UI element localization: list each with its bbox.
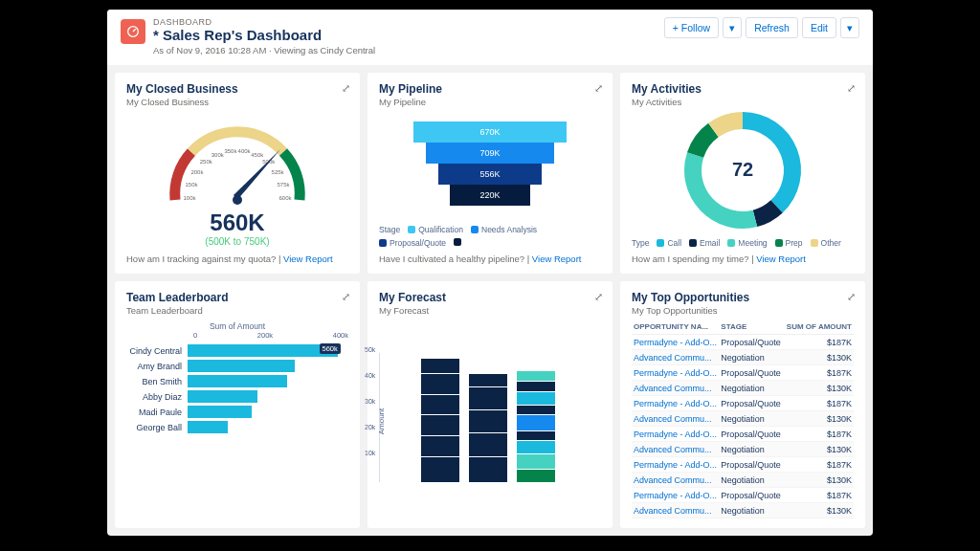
- follow-button[interactable]: +Follow: [664, 17, 719, 38]
- svg-text:575k: 575k: [277, 181, 290, 187]
- col-amount: SUM OF AMOUNT: [784, 320, 854, 335]
- forecast-card: ⤢ My Forecast My Forecast Amount 10k20k3…: [368, 281, 612, 528]
- chevron-down-icon[interactable]: ▾: [723, 17, 742, 38]
- table-row[interactable]: Advanced Commu...Negotiation$130K: [632, 411, 854, 427]
- y-label: Amount: [377, 408, 386, 435]
- header-actions: +Follow ▾ Refresh Edit ▾: [664, 17, 859, 38]
- funnel-stage: 556K: [438, 164, 543, 185]
- col-stage: STAGE: [719, 320, 784, 335]
- view-report-link[interactable]: View Report: [756, 253, 806, 264]
- card-subtitle: My Top Opportunities: [632, 305, 854, 316]
- table-row[interactable]: Permadyne - Add-O...Proposal/Quote$187K: [632, 365, 854, 381]
- funnel-stage: 709K: [426, 143, 554, 164]
- legend-item: Call: [657, 238, 681, 248]
- svg-text:600k: 600k: [278, 195, 292, 201]
- stack-column: [469, 373, 507, 481]
- legend-item: Meeting: [727, 238, 767, 248]
- table-row[interactable]: Advanced Commu...Negotiation$130K: [632, 503, 854, 518]
- gauge-chart: 100k150k200k250k300k350k400k450k500k525k…: [151, 109, 323, 209]
- donut-center-value: 72: [680, 108, 805, 232]
- view-report-link[interactable]: View Report: [532, 253, 582, 264]
- svg-text:400k: 400k: [238, 147, 252, 153]
- bar-row: George Ball: [126, 421, 348, 433]
- legend-item: Prep: [775, 238, 803, 248]
- edit-button[interactable]: Edit: [802, 17, 836, 38]
- table-row[interactable]: Permadyne - Add-O...Proposal/Quote$187K: [632, 427, 854, 442]
- bar-row: Amy Brandl: [126, 360, 348, 372]
- bar-row: Cindy Central560k: [126, 344, 348, 357]
- stack-column: [421, 358, 459, 482]
- funnel-stage: 220K: [450, 185, 529, 206]
- card-title: My Closed Business: [126, 82, 348, 96]
- stack-column: [517, 370, 555, 481]
- expand-icon[interactable]: ⤢: [342, 82, 350, 95]
- donut-chart: 72: [680, 108, 805, 232]
- page-title: * Sales Rep's Dashboard: [153, 27, 375, 43]
- card-title: My Activities: [632, 82, 854, 96]
- card-subtitle: My Closed Business: [126, 97, 348, 107]
- svg-text:525k: 525k: [272, 168, 285, 174]
- card-subtitle: My Activities: [632, 97, 854, 107]
- table-row[interactable]: Advanced Commu...Negotiation$130K: [632, 473, 854, 488]
- axis-label: Sum of Amount: [126, 321, 348, 331]
- funnel-stage: 670K: [413, 121, 567, 143]
- expand-icon[interactable]: ⤢: [847, 82, 856, 95]
- bar-chart: Cindy Central560kAmy BrandlBen SmithAbby…: [126, 342, 348, 436]
- expand-icon[interactable]: ⤢: [594, 82, 603, 95]
- dashboard-icon: [121, 19, 145, 44]
- table-row[interactable]: Permadyne - Add-O...Proposal/Quote$187K: [632, 396, 854, 411]
- svg-text:300k: 300k: [212, 151, 225, 157]
- refresh-button[interactable]: Refresh: [746, 17, 798, 38]
- legend-item: Email: [689, 238, 720, 248]
- card-question: How am I tracking against my quota?: [126, 253, 276, 264]
- card-title: Team Leaderboard: [126, 291, 348, 304]
- svg-text:100k: 100k: [183, 195, 196, 201]
- pipeline-card: ⤢ My Pipeline My Pipeline 670K709K556K22…: [368, 73, 612, 274]
- legend-item: Proposal/Quote: [379, 238, 446, 248]
- eyebrow: DASHBOARD: [153, 17, 375, 27]
- card-title: My Pipeline: [379, 82, 601, 96]
- gauge-range: (500K to 750K): [205, 236, 269, 247]
- funnel-legend: StageQualificationNeeds AnalysisProposal…: [379, 225, 601, 248]
- view-report-link[interactable]: View Report: [283, 253, 333, 264]
- card-subtitle: Team Leaderboard: [126, 305, 348, 316]
- table-row[interactable]: Permadyne - Add-O...Proposal/Quote$187K: [632, 457, 854, 473]
- table-row[interactable]: Permadyne - Add-O...Proposal/Quote$187K: [632, 488, 854, 503]
- stacked-bar-chart: Amount 10k20k30k40k50k: [379, 353, 590, 482]
- svg-text:350k: 350k: [224, 147, 237, 153]
- card-grid: ⤢ My Closed Business My Closed Business …: [107, 65, 873, 536]
- gauge-value: 560K: [210, 209, 264, 236]
- expand-icon[interactable]: ⤢: [594, 291, 603, 303]
- expand-icon[interactable]: ⤢: [342, 291, 350, 303]
- svg-text:150k: 150k: [186, 181, 199, 187]
- table-row[interactable]: Advanced Commu...Negotiation$130K: [632, 350, 854, 365]
- closed-business-card: ⤢ My Closed Business My Closed Business …: [115, 73, 360, 274]
- x-ticks: 0200k400k: [193, 331, 348, 340]
- svg-text:200k: 200k: [190, 168, 204, 174]
- leaderboard-card: ⤢ Team Leaderboard Team Leaderboard Sum …: [115, 281, 360, 528]
- card-title: My Forecast: [379, 291, 601, 304]
- table-row[interactable]: Advanced Commu...Negotiation$130K: [632, 381, 854, 396]
- expand-icon[interactable]: ⤢: [847, 291, 856, 303]
- page-subtitle: As of Nov 9, 2016 10:28 AM · Viewing as …: [153, 45, 375, 55]
- donut-legend: TypeCallEmailMeetingPrepOther: [632, 238, 854, 248]
- svg-text:450k: 450k: [251, 151, 264, 157]
- card-question: Have I cultivated a healthy pipeline?: [379, 253, 524, 264]
- funnel-chart: 670K709K556K220K: [413, 121, 567, 206]
- bar-row: Madi Paule: [126, 406, 348, 418]
- card-question: How am I spending my time?: [632, 253, 749, 264]
- activities-card: ⤢ My Activities My Activities 72 TypeCal…: [620, 73, 865, 274]
- card-subtitle: My Forecast: [379, 305, 601, 316]
- table-row[interactable]: Permadyne - Add-O...Proposal/Quote$187K: [632, 335, 854, 350]
- card-title: My Top Opportunities: [632, 291, 854, 304]
- col-opportunity: OPPORTUNITY NA...: [632, 320, 719, 335]
- header: DASHBOARD * Sales Rep's Dashboard As of …: [107, 10, 873, 65]
- opportunities-card: ⤢ My Top Opportunities My Top Opportunit…: [620, 281, 865, 528]
- svg-text:250k: 250k: [200, 159, 213, 165]
- card-subtitle: My Pipeline: [379, 97, 601, 107]
- svg-point-14: [233, 195, 242, 205]
- more-menu-button[interactable]: ▾: [840, 17, 859, 38]
- legend-item: Qualification: [408, 225, 463, 234]
- table-row[interactable]: Advanced Commu...Negotiation$130K: [632, 442, 854, 457]
- bar-row: Ben Smith: [126, 375, 348, 387]
